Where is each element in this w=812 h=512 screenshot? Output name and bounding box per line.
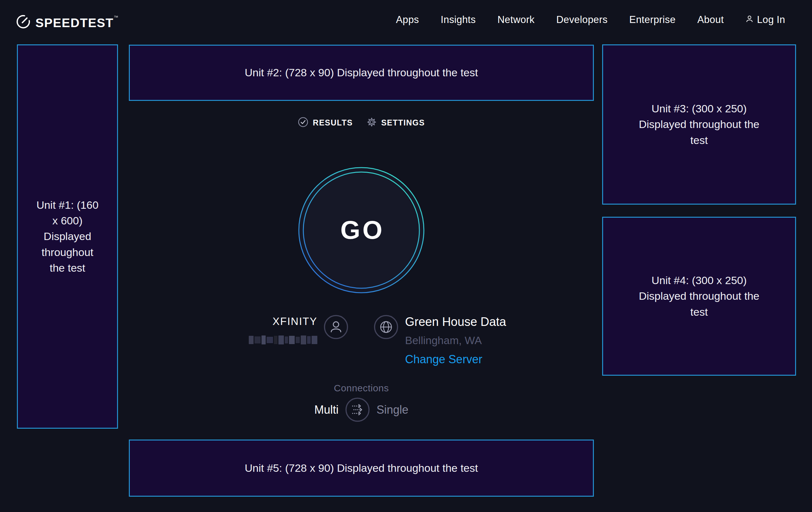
speedometer-icon: [16, 14, 31, 31]
main-navigation: Apps Insights Network Developers Enterpr…: [396, 14, 785, 26]
connections-toggle-icon[interactable]: [345, 397, 370, 422]
ad-unit-5-text: Unit #5: (728 x 90) Displayed throughout…: [244, 460, 478, 476]
isp-name: XFINITY: [249, 315, 317, 327]
server-location: Bellingham, WA: [405, 334, 506, 347]
ad-unit-2-text: Unit #2: (728 x 90) Displayed throughout…: [244, 65, 478, 80]
nav-item-insights[interactable]: Insights: [441, 14, 476, 26]
ad-unit-5: Unit #5: (728 x 90) Displayed throughout…: [129, 439, 594, 497]
ad-unit-3: Unit #3: (300 x 250) Displayed throughou…: [602, 44, 796, 205]
connections-single-option[interactable]: Single: [376, 403, 408, 416]
connections-multi-option[interactable]: Multi: [314, 403, 338, 416]
connections-label: Connections: [334, 383, 389, 394]
results-settings-tabs: RESULTS: [298, 117, 425, 129]
ad-unit-4-text: Unit #4: (300 x 250) Displayed throughou…: [637, 273, 761, 320]
ad-unit-2: Unit #2: (728 x 90) Displayed throughout…: [129, 45, 594, 101]
ad-unit-4: Unit #4: (300 x 250) Displayed throughou…: [602, 217, 796, 376]
server-info: Green House Data Bellingham, WA Change S…: [405, 315, 506, 366]
go-label: GO: [298, 167, 425, 294]
nav-item-developers[interactable]: Developers: [556, 14, 608, 26]
tab-results[interactable]: RESULTS: [298, 117, 353, 129]
ad-unit-1: Unit #1: (160 x 600) Displayed throughou…: [17, 44, 118, 429]
redacted-ip-address: [249, 335, 317, 345]
user-icon: [745, 14, 754, 26]
isp-user-icon: [324, 315, 348, 339]
log-in-button[interactable]: Log In: [745, 14, 785, 26]
change-server-link[interactable]: Change Server: [405, 353, 506, 366]
go-button[interactable]: GO: [298, 167, 425, 294]
server-globe-icon: [374, 315, 398, 339]
trademark-mark: ™: [114, 15, 119, 20]
ad-unit-3-text: Unit #3: (300 x 250) Displayed throughou…: [637, 101, 761, 148]
server-name: Green House Data: [405, 315, 506, 329]
nav-item-network[interactable]: Network: [497, 14, 535, 26]
speedtest-logo[interactable]: SPEEDTEST™: [16, 14, 119, 31]
nav-item-apps[interactable]: Apps: [396, 14, 419, 26]
nav-item-enterprise[interactable]: Enterprise: [629, 14, 675, 26]
isp-info: XFINITY: [249, 315, 317, 345]
connections-toggle-row: Multi Single: [314, 397, 408, 422]
ad-unit-1-text: Unit #1: (160 x 600) Displayed throughou…: [34, 197, 101, 276]
gear-icon: [367, 117, 377, 128]
brand-name: SPEEDTEST™: [35, 15, 119, 30]
speedtest-page: SPEEDTEST™ Apps Insights Network Develop…: [0, 0, 812, 512]
tab-settings[interactable]: SETTINGS: [367, 117, 425, 128]
top-nav-bar: SPEEDTEST™ Apps Insights Network Develop…: [0, 0, 812, 36]
nav-item-about[interactable]: About: [697, 14, 724, 26]
check-circle-icon: [298, 117, 309, 129]
